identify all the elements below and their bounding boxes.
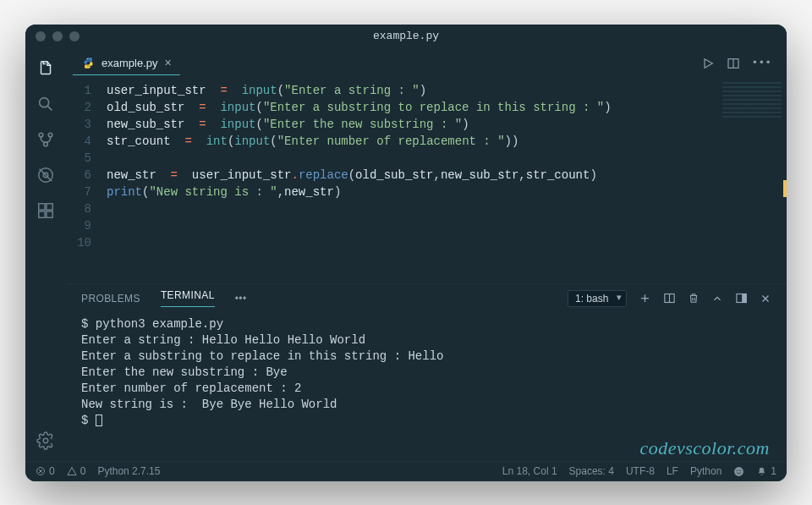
status-eol[interactable]: LF <box>667 465 678 477</box>
svg-point-1 <box>39 133 43 137</box>
tab-close-icon[interactable]: × <box>164 56 171 69</box>
search-icon[interactable] <box>32 91 59 118</box>
titlebar: example.py <box>25 25 787 48</box>
svg-rect-9 <box>47 211 52 217</box>
status-errors[interactable]: 0 <box>36 465 55 477</box>
line-numbers: 12345678910 <box>66 82 107 283</box>
svg-rect-8 <box>39 211 45 217</box>
editor-actions: ••• <box>701 57 780 70</box>
main-area: example.py × ••• 12345678910 user_input_… <box>25 48 787 461</box>
editor-region: example.py × ••• 12345678910 user_input_… <box>66 48 787 461</box>
code-editor[interactable]: 12345678910 user_input_str = input("Ente… <box>66 79 787 283</box>
window-title: example.py <box>25 30 787 42</box>
svg-rect-7 <box>47 203 52 209</box>
extensions-icon[interactable] <box>32 197 59 224</box>
window-controls <box>36 31 80 41</box>
terminal-output[interactable]: $ python3 example.py Enter a string : He… <box>66 313 787 461</box>
status-python-version[interactable]: Python 2.7.15 <box>97 465 160 477</box>
python-file-icon <box>81 56 95 69</box>
new-terminal-icon[interactable] <box>639 292 651 305</box>
panel-tabs: PROBLEMS TERMINAL ••• 1: bash <box>66 284 787 313</box>
svg-point-18 <box>734 467 743 476</box>
terminal-selector[interactable]: 1: bash <box>568 290 627 307</box>
svg-point-20 <box>740 469 741 470</box>
more-actions-icon[interactable]: ••• <box>752 57 771 69</box>
close-panel-icon[interactable] <box>760 293 771 305</box>
kill-terminal-icon[interactable] <box>688 292 700 305</box>
svg-point-2 <box>48 133 52 137</box>
svg-point-19 <box>737 469 738 470</box>
svg-point-11 <box>86 58 87 59</box>
svg-point-12 <box>89 66 90 67</box>
panel-tab-problems[interactable]: PROBLEMS <box>81 293 140 305</box>
source-control-icon[interactable] <box>32 126 59 153</box>
scroll-decoration <box>783 180 787 197</box>
tab-filename: example.py <box>102 57 157 69</box>
activity-bar <box>25 48 66 461</box>
code-content: user_input_str = input("Enter a string :… <box>107 82 787 283</box>
split-editor-icon[interactable] <box>727 57 740 70</box>
maximize-window-icon[interactable] <box>69 31 80 41</box>
toggle-panel-icon[interactable] <box>735 292 748 305</box>
status-notifications[interactable]: 1 <box>756 465 776 477</box>
status-feedback-icon[interactable] <box>733 466 744 477</box>
status-indentation[interactable]: Spaces: 4 <box>569 465 614 477</box>
status-language[interactable]: Python <box>690 465 721 477</box>
status-bar: 0 0 Python 2.7.15 Ln 18, Col 1 Spaces: 4… <box>25 461 787 481</box>
explorer-icon[interactable] <box>32 55 59 82</box>
status-cursor-position[interactable]: Ln 18, Col 1 <box>502 465 557 477</box>
maximize-panel-icon[interactable] <box>711 293 723 305</box>
status-encoding[interactable]: UTF-8 <box>626 465 655 477</box>
settings-gear-icon[interactable] <box>32 427 59 454</box>
svg-point-0 <box>40 97 49 107</box>
tab-example-py[interactable]: example.py × <box>73 51 180 75</box>
status-warnings[interactable]: 0 <box>67 465 86 477</box>
panel-tab-terminal[interactable]: TERMINAL <box>161 289 215 307</box>
run-icon[interactable] <box>701 57 715 70</box>
svg-rect-6 <box>39 203 45 209</box>
svg-point-10 <box>43 438 48 443</box>
editor-tabs: example.py × ••• <box>66 48 787 79</box>
minimize-window-icon[interactable] <box>52 31 63 41</box>
debug-icon[interactable] <box>32 162 59 189</box>
split-terminal-icon[interactable] <box>663 292 676 305</box>
close-window-icon[interactable] <box>36 31 46 41</box>
svg-rect-16 <box>743 294 746 303</box>
editor-window: example.py <box>25 25 787 481</box>
bottom-panel: PROBLEMS TERMINAL ••• 1: bash <box>66 283 787 461</box>
panel-more-icon[interactable]: ••• <box>235 293 247 305</box>
